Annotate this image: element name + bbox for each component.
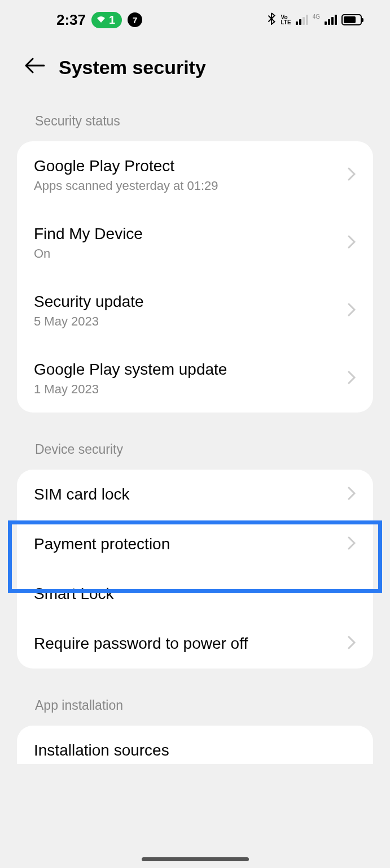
header: System security (0, 40, 390, 107)
item-title: Require password to power off (34, 635, 248, 653)
item-google-play-protect[interactable]: Google Play Protect Apps scanned yesterd… (17, 141, 373, 209)
chevron-right-icon (347, 302, 356, 319)
item-title: Google Play Protect (34, 157, 218, 175)
wifi-badge: 1 (91, 12, 122, 28)
item-title: Smart Lock (34, 585, 114, 603)
item-title: Installation sources (34, 741, 169, 760)
home-indicator[interactable] (142, 857, 249, 861)
item-subtitle: 5 May 2023 (34, 314, 144, 329)
notification-badge: 7 (128, 12, 142, 27)
status-time: 2:37 (56, 11, 86, 29)
card-app-installation: Installation sources (17, 726, 373, 764)
status-bar: 2:37 1 7 VoLTE 4G (0, 0, 390, 40)
chevron-right-icon (347, 536, 356, 553)
wifi-icon (96, 15, 106, 25)
item-title: SIM card lock (34, 485, 130, 504)
item-title: Security update (34, 293, 144, 311)
item-require-password-power-off[interactable]: Require password to power off (17, 619, 373, 669)
wifi-count: 1 (109, 14, 115, 27)
status-right: VoLTE 4G (266, 12, 362, 27)
item-sim-card-lock[interactable]: SIM card lock (17, 470, 373, 519)
signal-bars-2 (325, 15, 337, 25)
chevron-right-icon (347, 635, 356, 652)
status-left: 2:37 1 7 (56, 11, 142, 29)
section-label-app-installation: App installation (0, 691, 390, 726)
signal-bars-1 (296, 15, 308, 25)
battery-icon (341, 14, 362, 25)
section-label-security-status: Security status (0, 107, 390, 141)
item-installation-sources[interactable]: Installation sources (17, 726, 373, 764)
fourg-icon: 4G (313, 14, 320, 20)
item-title: Payment protection (34, 535, 170, 553)
back-arrow-icon[interactable] (25, 58, 45, 77)
bluetooth-icon (266, 12, 277, 27)
page-title: System security (59, 57, 206, 79)
item-title: Google Play system update (34, 361, 227, 379)
card-security-status: Google Play Protect Apps scanned yesterd… (17, 141, 373, 413)
item-find-my-device[interactable]: Find My Device On (17, 209, 373, 277)
item-security-update[interactable]: Security update 5 May 2023 (17, 277, 373, 345)
item-payment-protection[interactable]: Payment protection (17, 519, 373, 569)
item-google-play-system-update[interactable]: Google Play system update 1 May 2023 (17, 345, 373, 413)
volte-icon: VoLTE (281, 15, 291, 25)
item-subtitle: 1 May 2023 (34, 382, 227, 397)
item-subtitle: Apps scanned yesterday at 01:29 (34, 179, 218, 193)
item-subtitle: On (34, 246, 143, 261)
chevron-right-icon (347, 486, 356, 503)
chevron-right-icon (347, 370, 356, 387)
item-title: Find My Device (34, 225, 143, 243)
chevron-right-icon (347, 235, 356, 251)
card-device-security: SIM card lock Payment protection Smart L… (17, 470, 373, 669)
item-smart-lock[interactable]: Smart Lock (17, 569, 373, 619)
section-label-device-security: Device security (0, 435, 390, 470)
chevron-right-icon (347, 167, 356, 184)
